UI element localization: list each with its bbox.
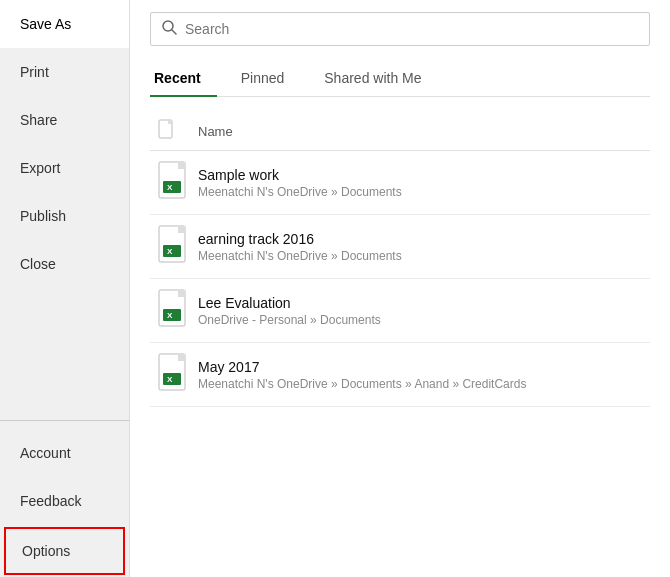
svg-line-1 [172,30,176,34]
sidebar-item-export[interactable]: Export [0,144,129,192]
file-path: OneDrive - Personal » Documents [198,313,642,327]
sidebar-bottom: Account Feedback Options [0,412,129,577]
file-icon: X [158,353,198,396]
file-info: earning track 2016 Meenatchi N's OneDriv… [198,231,642,263]
sidebar-item-label: Export [20,160,60,176]
svg-text:X: X [167,311,173,320]
sidebar-item-options[interactable]: Options [4,527,125,575]
file-name: earning track 2016 [198,231,642,247]
sidebar-divider [0,420,129,421]
file-icon: X [158,289,198,332]
search-bar[interactable] [150,12,650,46]
name-column-header: Name [198,124,233,139]
sidebar-item-save-as[interactable]: Save As [0,0,129,48]
file-rows-container: X Sample work Meenatchi N's OneDrive » D… [150,151,650,407]
file-path: Meenatchi N's OneDrive » Documents [198,249,642,263]
tab-shared[interactable]: Shared with Me [320,62,437,96]
file-icon: X [158,225,198,268]
table-row[interactable]: X May 2017 Meenatchi N's OneDrive » Docu… [150,343,650,407]
table-row[interactable]: X Lee Evaluation OneDrive - Personal » D… [150,279,650,343]
sidebar-item-label: Close [20,256,56,272]
table-row[interactable]: X earning track 2016 Meenatchi N's OneDr… [150,215,650,279]
file-info: Lee Evaluation OneDrive - Personal » Doc… [198,295,642,327]
svg-text:X: X [167,183,173,192]
file-name: May 2017 [198,359,642,375]
sidebar-item-feedback[interactable]: Feedback [0,477,129,525]
tabs-bar: Recent Pinned Shared with Me [150,62,650,97]
svg-rect-13 [178,290,185,297]
svg-rect-17 [178,354,185,361]
sidebar-item-account[interactable]: Account [0,429,129,477]
tab-pinned[interactable]: Pinned [237,62,301,96]
sidebar-item-label: Feedback [20,493,81,509]
table-row[interactable]: X Sample work Meenatchi N's OneDrive » D… [150,151,650,215]
sidebar-item-publish[interactable]: Publish [0,192,129,240]
file-name: Lee Evaluation [198,295,642,311]
search-input[interactable] [185,21,639,37]
svg-text:X: X [167,375,173,384]
sidebar-item-close[interactable]: Close [0,240,129,288]
file-icon: X [158,161,198,204]
svg-rect-9 [178,226,185,233]
file-list: Name X Sample work Meenatchi N's OneDriv… [150,113,650,565]
svg-rect-5 [178,162,185,169]
svg-text:X: X [167,247,173,256]
sidebar-item-share[interactable]: Share [0,96,129,144]
svg-rect-3 [168,120,172,124]
file-path: Meenatchi N's OneDrive » Documents [198,185,642,199]
sidebar-item-label: Print [20,64,49,80]
main-content: Recent Pinned Shared with Me Name [130,0,670,577]
file-info: May 2017 Meenatchi N's OneDrive » Docume… [198,359,642,391]
file-list-header: Name [150,113,650,151]
file-path: Meenatchi N's OneDrive » Documents » Ana… [198,377,642,391]
tab-recent[interactable]: Recent [150,62,217,96]
sidebar-item-label: Options [22,543,70,559]
file-name: Sample work [198,167,642,183]
search-icon [161,19,177,39]
sidebar: Save As Print Share Export Publish Close… [0,0,130,577]
sidebar-item-label: Publish [20,208,66,224]
sidebar-item-label: Share [20,112,57,128]
sidebar-item-label: Account [20,445,71,461]
icon-column [158,119,198,144]
sidebar-item-label: Save As [20,16,71,32]
file-info: Sample work Meenatchi N's OneDrive » Doc… [198,167,642,199]
sidebar-item-print[interactable]: Print [0,48,129,96]
